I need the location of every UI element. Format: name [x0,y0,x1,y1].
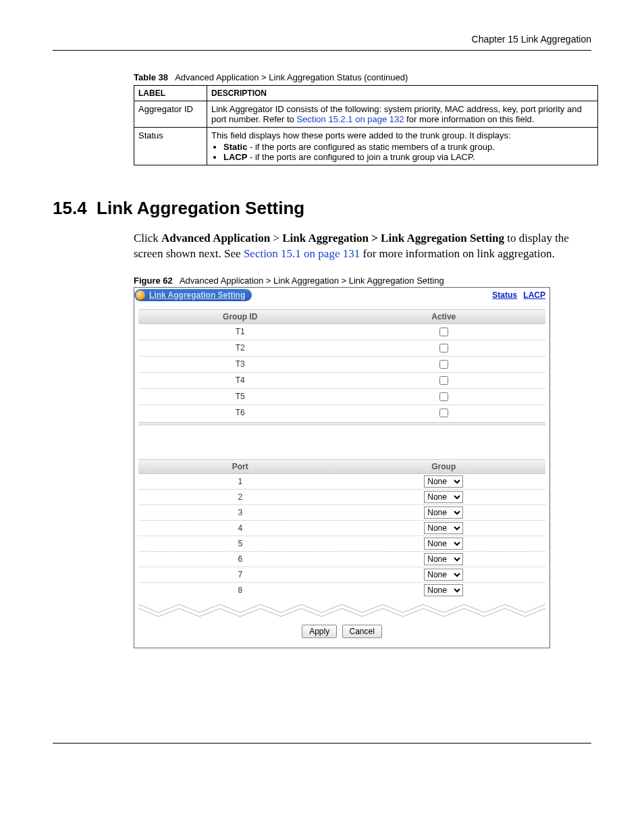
port-cell: 4 [138,523,342,533]
cross-reference-link[interactable]: Section 15.1 on page 131 [244,247,360,260]
active-checkbox[interactable] [439,328,448,336]
figure-number: Figure 62 [134,276,173,286]
group-id-cell: T5 [138,392,342,401]
active-checkbox[interactable] [439,344,448,353]
text: > [270,232,282,244]
status-link[interactable]: Status [492,290,517,300]
active-checkbox[interactable] [439,360,448,369]
text: - if the ports are configured as static … [247,142,494,152]
col-header-active: Active [342,312,546,321]
port-cell: 5 [138,539,342,548]
group-row: T2 [138,340,545,357]
group-select[interactable]: None [424,522,463,534]
table-row: Aggregator ID Link Aggregator ID consist… [134,101,598,128]
port-cell: 7 [138,570,342,579]
table-caption-text: Advanced Application > Link Aggregation … [175,72,408,82]
list-item: Static - if the ports are configured as … [223,142,593,152]
port-row: 1None [138,474,545,490]
body-paragraph: Click Advanced Application > Link Aggreg… [134,231,579,262]
group-id-cell: T1 [138,327,342,336]
port-cell: 6 [138,554,342,564]
port-row: 8None [138,583,545,598]
port-cell: 3 [138,508,342,517]
group-select[interactable]: None [424,569,463,581]
bold-text: Link Aggregation > Link Aggregation Sett… [282,232,504,244]
bold-text: Advanced Application [161,232,270,244]
screen-title: Link Aggregation Setting [149,290,245,300]
text: for more information on this field. [404,114,534,124]
active-checkbox[interactable] [439,376,448,385]
port-panel: Port Group 1None2None3None4None5None6Non… [138,459,545,598]
group-id-cell: T2 [138,343,342,353]
figure-caption: Figure 62 Advanced Application > Link Ag… [134,276,591,286]
group-select[interactable]: None [424,584,463,596]
figure-caption-text: Advanced Application > Link Aggregation … [180,276,444,286]
port-cell: 1 [138,477,342,486]
active-checkbox[interactable] [439,392,448,401]
table-number: Table 38 [134,72,168,82]
text: Click [134,232,161,244]
text: for more information on link aggregation… [360,247,554,260]
th-description: DESCRIPTION [207,86,598,101]
list-item: LACP - if the ports are configured to jo… [223,152,593,162]
table-caption: Table 38 Advanced Application > Link Agg… [134,72,591,82]
port-cell: 8 [138,585,342,595]
text: This field displays how these ports were… [211,130,511,140]
section-number: 15.4 [53,198,87,218]
group-panel: Group ID Active T1T2T3T4T5T6 [138,309,545,425]
group-id-cell: T3 [138,359,342,369]
col-header-group: Group [342,462,546,471]
footer-rule [53,743,591,744]
section-title: Link Aggregation Setting [97,198,304,218]
group-select[interactable]: None [424,538,463,550]
port-cell: 2 [138,492,342,502]
port-row: 2None [138,490,545,505]
table-38: LABEL DESCRIPTION Aggregator ID Link Agg… [134,85,598,165]
group-row: T1 [138,324,545,340]
group-row: T5 [138,389,545,405]
port-row: 3None [138,505,545,521]
section-heading: 15.4 Link Aggregation Setting [53,198,591,219]
group-row: T4 [138,373,545,389]
table-row: Status This field displays how these por… [134,128,598,165]
group-select[interactable]: None [424,475,463,488]
group-row: T6 [138,405,545,421]
port-row: 6None [138,552,545,567]
th-label: LABEL [134,86,207,101]
dot-icon [136,290,145,300]
port-row: 7None [138,567,545,583]
cell-description: This field displays how these ports were… [207,128,598,165]
active-checkbox[interactable] [439,409,448,417]
lacp-link[interactable]: LACP [523,290,545,300]
header-rule [53,50,591,51]
figure-screenshot: Link Aggregation Setting Status LACP Gro… [134,287,550,648]
cancel-button[interactable]: Cancel [342,625,382,638]
screen-title-pill: Link Aggregation Setting [134,289,252,301]
col-header-port: Port [138,462,342,471]
port-row: 5None [138,536,545,552]
port-row: 4None [138,521,545,536]
col-header-group-id: Group ID [138,312,342,321]
bold-text: Static [223,142,247,152]
cell-label: Aggregator ID [134,101,207,128]
chapter-header: Chapter 15 Link Aggregation [53,34,591,45]
apply-button[interactable]: Apply [302,625,337,638]
cross-reference-link[interactable]: Section 15.2.1 on page 132 [296,114,404,124]
text: - if the ports are configured to join a … [247,152,475,162]
group-select[interactable]: None [424,553,463,565]
group-id-cell: T6 [138,408,342,417]
group-select[interactable]: None [424,491,463,503]
group-id-cell: T4 [138,375,342,385]
tear-line [138,599,545,618]
cell-label: Status [134,128,207,165]
group-select[interactable]: None [424,506,463,519]
cell-description: Link Aggregator ID consists of the follo… [207,101,598,128]
group-row: T3 [138,357,545,373]
bold-text: LACP [223,152,247,162]
